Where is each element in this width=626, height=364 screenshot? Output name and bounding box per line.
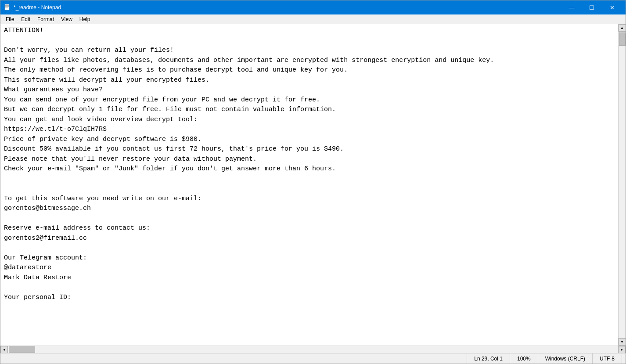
status-empty <box>4 353 467 364</box>
scroll-thumb-h[interactable] <box>9 346 35 353</box>
scroll-track-v[interactable] <box>619 32 626 338</box>
scroll-up-button[interactable]: ▲ <box>619 24 626 32</box>
line-ending: Windows (CRLF) <box>538 353 593 364</box>
encoding: UTF-8 <box>593 353 622 364</box>
scroll-right-button[interactable]: ► <box>618 346 626 353</box>
vertical-scrollbar[interactable]: ▲ ▼ <box>618 24 626 346</box>
scroll-left-button[interactable]: ◄ <box>0 346 8 353</box>
menu-edit[interactable]: Edit <box>18 15 34 23</box>
editor-area: ▲ ▼ <box>0 24 626 346</box>
window-title: *_readme - Notepad <box>14 4 561 11</box>
text-editor[interactable] <box>0 24 618 346</box>
scroll-track-h[interactable] <box>8 346 618 353</box>
close-button[interactable]: ✕ <box>602 0 622 14</box>
minimize-button[interactable]: — <box>561 0 582 14</box>
zoom-level: 100% <box>510 353 538 364</box>
horizontal-scrollbar[interactable]: ◄ ► <box>0 346 626 353</box>
scroll-down-button[interactable]: ▼ <box>619 338 626 346</box>
svg-rect-4 <box>9 4 10 6</box>
svg-rect-2 <box>5 6 9 7</box>
window-controls: — ☐ ✕ <box>561 0 622 14</box>
title-bar: *_readme - Notepad — ☐ ✕ <box>0 0 626 14</box>
menu-view[interactable]: View <box>58 15 76 23</box>
notepad-window: *_readme - Notepad — ☐ ✕ File Edit Forma… <box>0 0 626 364</box>
menu-bar: File Edit Format View Help <box>0 14 626 24</box>
notepad-icon <box>4 4 11 11</box>
maximize-button[interactable]: ☐ <box>582 0 602 14</box>
cursor-position: Ln 29, Col 1 <box>467 353 510 364</box>
scroll-thumb-v[interactable] <box>619 32 626 46</box>
menu-help[interactable]: Help <box>76 15 94 23</box>
svg-rect-1 <box>5 5 9 6</box>
menu-format[interactable]: Format <box>34 15 58 23</box>
menu-file[interactable]: File <box>2 15 18 23</box>
status-bar: Ln 29, Col 1 100% Windows (CRLF) UTF-8 <box>0 353 626 364</box>
svg-rect-3 <box>5 7 8 7</box>
